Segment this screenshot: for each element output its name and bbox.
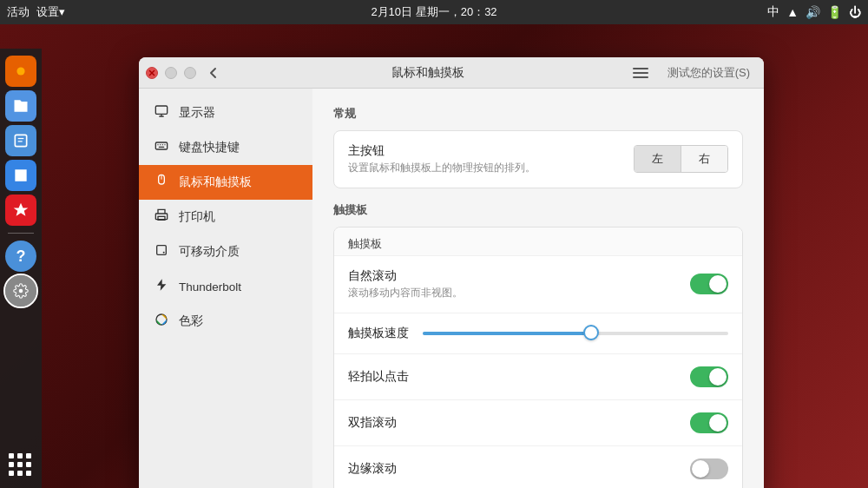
touchpad-card: 触摸板 自然滚动 滚动移动内容而非视图。 触摸板速 [333, 227, 743, 488]
edge-scroll-label: 边缘滚动 [348, 461, 690, 477]
sidebar-item-color-label: 色彩 [179, 313, 203, 329]
sidebar-item-display-label: 显示器 [179, 105, 215, 121]
left-right-button-group: 左 右 [634, 145, 728, 173]
sidebar-item-display[interactable]: 显示器 [139, 96, 312, 130]
touchpad-speed-row: 触摸板速度 [334, 313, 742, 354]
printer-icon [153, 208, 170, 226]
edge-scroll-toggle[interactable] [690, 458, 728, 479]
edge-scroll-label-group: 边缘滚动 [348, 461, 690, 477]
tap-click-row: 轻拍以点击 [334, 354, 742, 400]
natural-scroll-label-group: 自然滚动 滚动移动内容而非视图。 [348, 268, 690, 300]
natural-scroll-label: 自然滚动 [348, 268, 690, 284]
grid-dots-icon [9, 453, 33, 478]
topbar: 活动 设置▾ 2月10日 星期一，20：32 中 ▲ 🔊 🔋 ⏻ [0, 0, 868, 24]
power-icon[interactable]: ⏻ [849, 5, 861, 19]
dock-icon-text-editor[interactable] [5, 125, 36, 156]
primary-button-desc: 设置鼠标和触摸板上的物理按钮的排列。 [348, 161, 634, 175]
two-finger-row: 双指滚动 [334, 400, 742, 446]
touchpad-toggle-label: 触摸板 [348, 237, 382, 250]
sidebar-item-thunderbolt[interactable]: Thunderbolt [139, 269, 312, 304]
test-settings-button[interactable]: 测试您的设置(S) [661, 62, 757, 84]
dock-separator [8, 233, 34, 234]
natural-scroll-row: 自然滚动 滚动移动内容而非视图。 [334, 256, 742, 313]
settings-content: 常规 主按钮 设置鼠标和触摸板上的物理按钮的排列。 左 右 触摸板 [312, 89, 764, 488]
dock-bottom [5, 450, 36, 481]
dock-icon-firefox[interactable] [5, 56, 36, 87]
sidebar-item-keyboard[interactable]: 键盘快捷键 [139, 130, 312, 165]
edge-scroll-row: 边缘滚动 [334, 446, 742, 488]
settings-sidebar: 显示器 键盘快捷键 鼠标和触摸板 [139, 89, 312, 488]
thunderbolt-icon [153, 278, 170, 295]
desktop: ? [0, 24, 868, 488]
svg-rect-7 [155, 106, 167, 114]
svg-rect-19 [158, 216, 165, 220]
touchpad-section-title: 触摸板 [333, 202, 743, 218]
two-finger-toggle-knob [709, 414, 727, 432]
menu-bar-line [633, 72, 648, 74]
tap-click-toggle[interactable] [690, 366, 728, 387]
show-all-apps-button[interactable] [5, 450, 36, 481]
window-titlebar: 鼠标和触摸板 测试您的设置(S) [139, 57, 764, 89]
svg-rect-2 [15, 135, 26, 146]
tap-click-toggle-knob [709, 368, 727, 386]
dock-icon-books[interactable] [5, 160, 36, 191]
window-menu-button[interactable] [633, 63, 654, 83]
keyboard-icon [153, 139, 170, 156]
touchpad-speed-slider-track[interactable] [423, 332, 728, 335]
natural-scroll-toggle[interactable] [690, 274, 728, 294]
right-button[interactable]: 右 [681, 146, 727, 172]
touchpad-speed-label: 触摸板速度 [348, 326, 409, 341]
window-close-button[interactable] [146, 67, 158, 79]
primary-button-label-group: 主按钮 设置鼠标和触摸板上的物理按钮的排列。 [348, 143, 634, 175]
two-finger-label: 双指滚动 [348, 415, 690, 431]
wifi-icon[interactable]: ▲ [786, 5, 799, 19]
primary-button-label: 主按钮 [348, 143, 634, 159]
left-button[interactable]: 左 [635, 146, 681, 172]
monitor-icon [153, 104, 170, 122]
drive-icon [153, 243, 170, 260]
dock-icon-settings[interactable] [5, 275, 36, 307]
color-icon [153, 313, 170, 330]
edge-scroll-toggle-knob [692, 460, 709, 478]
window-title: 鼠标和触摸板 [231, 65, 626, 81]
sidebar-item-removable[interactable]: 可移动介质 [139, 234, 312, 269]
language-indicator[interactable]: 中 [767, 4, 779, 20]
sound-icon[interactable]: 🔊 [806, 5, 820, 19]
sidebar-item-thunderbolt-label: Thunderbolt [179, 280, 241, 293]
dock: ? [0, 49, 42, 488]
two-finger-toggle[interactable] [690, 412, 728, 433]
dock-icon-help[interactable]: ? [5, 241, 36, 272]
touchpad-header: 触摸板 [334, 228, 742, 256]
dock-icon-files[interactable] [5, 90, 36, 122]
topbar-left: 活动 设置▾ [7, 4, 65, 20]
general-section-title: 常规 [333, 106, 743, 122]
natural-scroll-toggle-knob [709, 275, 727, 293]
svg-point-21 [163, 252, 165, 254]
tap-click-label: 轻拍以点击 [348, 369, 690, 385]
window-body: 显示器 键盘快捷键 鼠标和触摸板 [139, 89, 764, 488]
sidebar-item-removable-label: 可移动介质 [179, 244, 240, 260]
svg-point-1 [16, 67, 24, 75]
dock-icon-appstore[interactable] [5, 195, 36, 226]
settings-menu-button[interactable]: 设置▾ [36, 4, 65, 20]
battery-icon[interactable]: 🔋 [827, 5, 842, 19]
sidebar-item-mouse-label: 鼠标和触摸板 [179, 175, 252, 190]
window-maximize-button[interactable] [184, 67, 196, 79]
touchpad-speed-slider-thumb[interactable] [583, 325, 599, 340]
sidebar-item-mouse[interactable]: 鼠标和触摸板 [139, 165, 312, 200]
window-back-button[interactable] [203, 63, 224, 83]
tap-click-label-group: 轻拍以点击 [348, 369, 690, 385]
mouse-icon [153, 174, 170, 191]
svg-rect-10 [155, 142, 167, 149]
sidebar-item-color[interactable]: 色彩 [139, 304, 312, 339]
activities-button[interactable]: 活动 [7, 4, 30, 20]
sidebar-item-printer[interactable]: 打印机 [139, 200, 312, 234]
primary-button-row: 主按钮 设置鼠标和触摸板上的物理按钮的排列。 左 右 [334, 131, 742, 188]
window-minimize-button[interactable] [165, 67, 177, 79]
primary-button-card: 主按钮 设置鼠标和触摸板上的物理按钮的排列。 左 右 [333, 130, 743, 188]
touchpad-speed-slider-fill [423, 332, 591, 335]
settings-window: 鼠标和触摸板 测试您的设置(S) 显示器 [139, 57, 764, 488]
two-finger-label-group: 双指滚动 [348, 415, 690, 431]
touchpad-speed-slider-container [423, 332, 728, 335]
svg-rect-20 [157, 246, 167, 255]
